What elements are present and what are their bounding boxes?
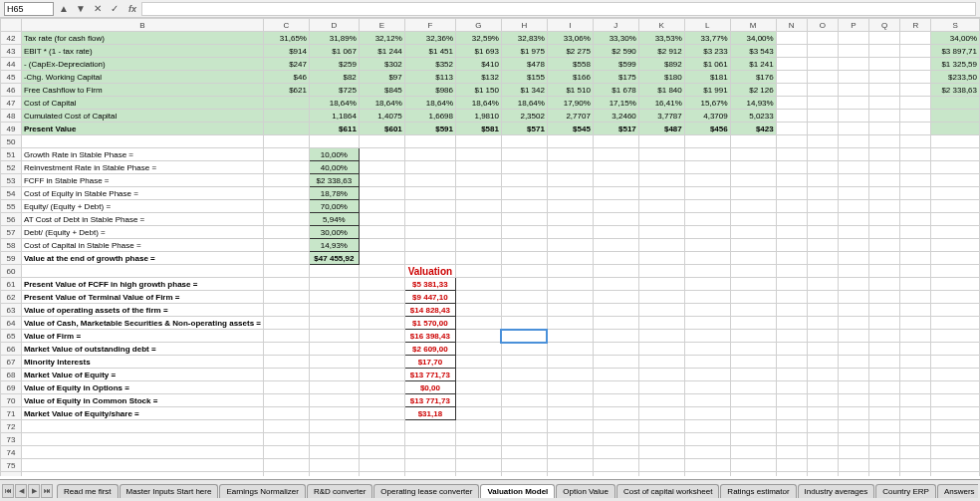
cell[interactable] xyxy=(807,394,838,407)
cell[interactable] xyxy=(730,252,776,265)
cell[interactable] xyxy=(900,187,931,200)
row-header[interactable]: 61 xyxy=(1,278,22,291)
cell[interactable] xyxy=(807,84,838,97)
cell[interactable] xyxy=(264,291,310,304)
cell[interactable] xyxy=(900,265,931,278)
row-header[interactable]: 64 xyxy=(1,317,22,330)
cell[interactable] xyxy=(359,161,404,174)
cell[interactable] xyxy=(776,343,807,356)
row-header[interactable]: 59 xyxy=(1,252,22,265)
valuation-value[interactable]: $1 570,00 xyxy=(404,317,455,330)
cell[interactable] xyxy=(839,110,869,123)
cell[interactable]: Debt/ (Equity + Debt) = xyxy=(21,226,263,239)
col-header[interactable]: P xyxy=(839,19,869,32)
sheet-tab[interactable]: R&D converter xyxy=(307,484,372,498)
sheet-tab[interactable]: Ratings estimator xyxy=(720,484,796,498)
cell[interactable]: $302 xyxy=(359,58,404,71)
cell[interactable] xyxy=(730,317,776,330)
tab-first-icon[interactable]: ⏮ xyxy=(2,484,14,498)
sheet-tab[interactable]: Operating lease converter xyxy=(373,484,479,498)
cell[interactable] xyxy=(638,472,684,477)
cell[interactable] xyxy=(869,32,900,45)
cell[interactable] xyxy=(501,213,547,226)
sheet-tab[interactable]: Master Inputs Start here xyxy=(120,484,219,498)
cell[interactable] xyxy=(264,278,310,291)
cell[interactable]: 17,90% xyxy=(547,97,593,110)
cell[interactable] xyxy=(264,200,310,213)
cell[interactable]: 70,00% xyxy=(309,200,359,213)
cell[interactable]: 34,00% xyxy=(730,32,776,45)
cell[interactable] xyxy=(264,213,310,226)
cell[interactable] xyxy=(684,369,730,381)
cell[interactable]: Value of Equity in Common Stock = xyxy=(21,394,263,407)
cell[interactable] xyxy=(869,459,900,472)
cell[interactable] xyxy=(684,356,730,369)
tab-next-icon[interactable]: ▶ xyxy=(28,484,40,498)
cell[interactable]: Free Cashflow to Firm xyxy=(21,84,263,97)
cell[interactable] xyxy=(684,265,730,278)
cell[interactable] xyxy=(638,459,684,472)
cell[interactable]: $611 xyxy=(309,123,359,135)
cell[interactable] xyxy=(776,174,807,187)
cell[interactable] xyxy=(807,420,838,433)
cell[interactable]: Reinvestment Rate in Stable Phase = xyxy=(21,161,263,174)
cell[interactable] xyxy=(839,84,869,97)
cell[interactable] xyxy=(501,369,547,381)
cell[interactable] xyxy=(309,291,359,304)
cell[interactable] xyxy=(807,200,838,213)
cell[interactable] xyxy=(839,239,869,252)
row-header[interactable]: 48 xyxy=(1,110,22,123)
row-header[interactable]: 46 xyxy=(1,84,22,97)
cell[interactable]: 14,93% xyxy=(730,97,776,110)
cell[interactable] xyxy=(264,356,310,369)
cell[interactable] xyxy=(869,407,900,420)
cell[interactable] xyxy=(931,265,980,278)
cell[interactable] xyxy=(730,394,776,407)
cell[interactable] xyxy=(869,213,900,226)
cell[interactable]: $2 275 xyxy=(547,45,593,58)
cell[interactable] xyxy=(869,58,900,71)
cell[interactable] xyxy=(547,330,593,343)
row-header[interactable]: 68 xyxy=(1,369,22,381)
cell[interactable] xyxy=(730,161,776,174)
cell[interactable] xyxy=(839,187,869,200)
cell[interactable]: 18,64% xyxy=(456,97,502,110)
cell[interactable] xyxy=(730,343,776,356)
cell[interactable] xyxy=(593,148,638,161)
cell[interactable] xyxy=(807,356,838,369)
cell[interactable] xyxy=(839,148,869,161)
cell[interactable]: Cost of Capital xyxy=(21,97,263,110)
cell[interactable] xyxy=(839,446,869,459)
cell[interactable] xyxy=(684,407,730,420)
row-header[interactable]: 52 xyxy=(1,161,22,174)
cell[interactable] xyxy=(638,213,684,226)
cell[interactable] xyxy=(900,304,931,317)
cell[interactable] xyxy=(593,369,638,381)
cell[interactable]: $175 xyxy=(593,71,638,84)
cell[interactable] xyxy=(593,304,638,317)
cell[interactable] xyxy=(456,239,502,252)
cell[interactable] xyxy=(776,45,807,58)
cell[interactable] xyxy=(931,252,980,265)
cell[interactable] xyxy=(547,291,593,304)
cell[interactable] xyxy=(309,472,359,477)
cell[interactable] xyxy=(839,265,869,278)
cell[interactable] xyxy=(593,407,638,420)
cell[interactable] xyxy=(839,304,869,317)
cell[interactable]: $2 912 xyxy=(638,45,684,58)
cell[interactable]: $1 693 xyxy=(456,45,502,58)
cell[interactable] xyxy=(684,278,730,291)
cell[interactable] xyxy=(900,239,931,252)
cell[interactable] xyxy=(807,213,838,226)
cell[interactable]: Market Value of Equity/share = xyxy=(21,407,263,420)
cell[interactable] xyxy=(869,304,900,317)
cell[interactable] xyxy=(869,135,900,148)
cell[interactable] xyxy=(547,356,593,369)
cell[interactable] xyxy=(900,407,931,420)
cell[interactable]: 4,3709 xyxy=(684,110,730,123)
cell[interactable] xyxy=(456,161,502,174)
col-header[interactable]: J xyxy=(593,19,638,32)
cell[interactable] xyxy=(807,369,838,381)
cell[interactable]: Equity/ (Equity + Debt) = xyxy=(21,200,263,213)
cell[interactable]: $914 xyxy=(264,45,310,58)
